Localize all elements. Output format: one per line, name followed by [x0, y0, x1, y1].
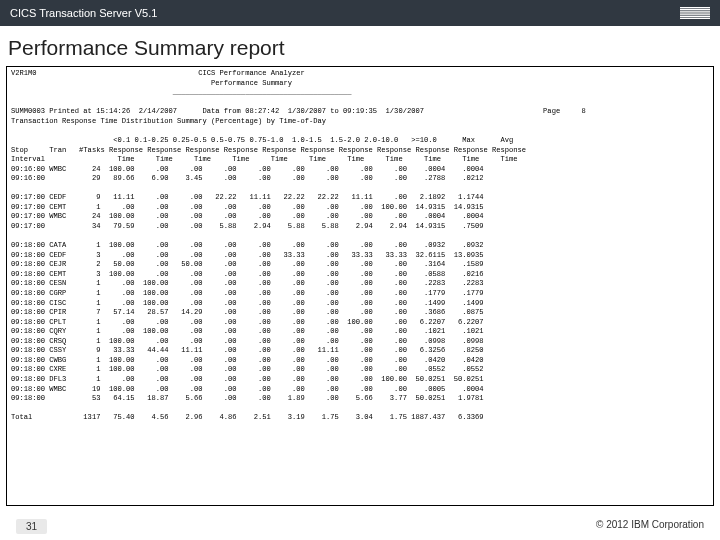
page-title: Performance Summary report	[8, 36, 712, 60]
svg-rect-4	[680, 14, 710, 15]
svg-rect-3	[680, 12, 710, 13]
slide-number: 31	[16, 519, 47, 534]
app-header: CICS Transaction Server V5.1	[0, 0, 720, 26]
report-body: V2R1M0 CICS Performance Analyzer Perform…	[6, 66, 714, 506]
title-bar: Performance Summary report	[0, 26, 720, 66]
ibm-logo-icon	[680, 7, 710, 19]
svg-rect-6	[680, 18, 710, 19]
svg-rect-0	[680, 7, 710, 8]
svg-rect-5	[680, 16, 710, 17]
footer: 31 © 2012 IBM Corporation	[0, 519, 720, 534]
product-name: CICS Transaction Server V5.1	[10, 7, 157, 19]
svg-rect-1	[680, 9, 710, 10]
copyright: © 2012 IBM Corporation	[596, 519, 704, 534]
svg-rect-2	[680, 11, 710, 12]
